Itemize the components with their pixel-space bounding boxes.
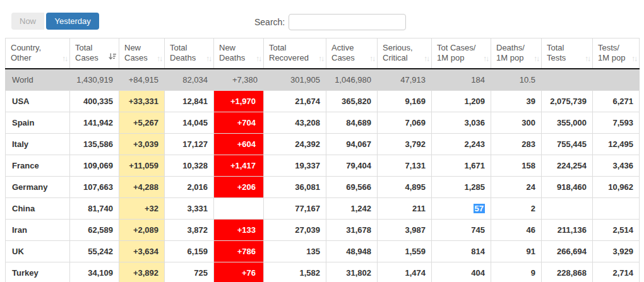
cell-active-cases: 1,242 [326, 197, 378, 219]
cell-new-cases: +84,915 [119, 69, 165, 91]
cell-serious-critical: 3,987 [378, 219, 432, 240]
column-header-country[interactable]: Country, Other↑↓ [6, 38, 70, 69]
cell-total-deaths: 3,872 [165, 219, 214, 240]
cell-total-recovered: 24,392 [264, 133, 326, 155]
sort-icon: ↑↓ [206, 54, 211, 63]
column-header-serious-critical[interactable]: Serious, Critical↑↓ [378, 38, 432, 69]
cell-deaths-per-1m: 39 [491, 90, 542, 112]
cell-serious-critical: 9,169 [378, 90, 432, 112]
country-row: Germany107,663+4,2882,016+20636,08169,56… [6, 176, 640, 197]
cell-total-tests: 918,460 [542, 176, 593, 197]
country-link[interactable]: France [12, 161, 39, 170]
cell-serious-critical: 1,559 [378, 240, 432, 262]
sort-icon: ↑↓ [369, 54, 374, 63]
country-row: Iran62,589+2,0893,872+13327,03931,6783,9… [6, 219, 640, 240]
country-link[interactable]: Iran [12, 225, 27, 235]
country-link[interactable]: USA [12, 97, 29, 106]
cell-total-cases: 141,942 [70, 112, 119, 133]
column-header-active-cases[interactable]: Active Cases↑↓ [326, 38, 378, 69]
world-row: World1,430,919+84,91582,034+7,380301,905… [6, 69, 640, 91]
cell-deaths-per-1m: 46 [491, 219, 542, 240]
now-button[interactable]: Now [11, 13, 44, 30]
cell-country: USA [6, 90, 70, 112]
sort-desc-icon [109, 53, 116, 62]
cell-country: Germany [6, 176, 70, 197]
column-header-total-deaths[interactable]: Total Deaths↑↓ [165, 38, 214, 69]
column-label: Serious, Critical [383, 43, 413, 63]
search-group: Search: [254, 14, 406, 30]
cell-tests-per-1m: 3,436 [593, 155, 640, 176]
cell-tot-cases-per-1m: 2,243 [432, 133, 491, 155]
cell-tot-cases-per-1m: 184 [432, 69, 491, 91]
cell-new-cases: +11,059 [119, 155, 165, 176]
sort-icon: ↑↓ [62, 54, 67, 63]
cell-tot-cases-per-1m: 1,671 [432, 155, 491, 176]
sort-icon: ↑↓ [318, 54, 323, 63]
cell-tot-cases-per-1m: 745 [432, 219, 491, 240]
search-label: Search: [254, 17, 285, 27]
column-label: Deaths/ 1M pop [496, 43, 525, 63]
column-header-new-cases[interactable]: New Cases↑↓ [119, 38, 165, 69]
column-header-total-recovered[interactable]: Total Recovered↑↓ [264, 38, 326, 69]
cell-new-cases: +3,039 [119, 133, 165, 155]
column-header-total-tests[interactable]: Total Tests↑↓ [542, 38, 593, 69]
cell-total-tests: 2,075,739 [542, 90, 593, 112]
country-row: Turkey34,109+3,892725+761,58231,8021,474… [6, 262, 640, 282]
cell-total-deaths: 82,034 [165, 69, 214, 91]
column-header-tot-cases-per-1m[interactable]: Tot Cases/ 1M pop↑↓ [432, 38, 491, 69]
cell-new-cases: +32 [119, 197, 165, 219]
cell-new-cases: +33,331 [119, 90, 165, 112]
column-header-total-cases[interactable]: Total Cases [70, 38, 119, 69]
country-link[interactable]: Turkey [12, 268, 39, 278]
cell-total-tests: 266,694 [542, 240, 593, 262]
country-link[interactable]: Italy [12, 139, 28, 149]
country-row: France109,069+11,05910,328+1,41719,33779… [6, 155, 640, 176]
cell-tests-per-1m [593, 69, 640, 91]
column-label: Total Recovered [269, 43, 309, 63]
column-header-new-deaths[interactable]: New Deaths↑↓ [214, 38, 264, 69]
cell-active-cases: 31,678 [326, 219, 378, 240]
cell-total-tests [542, 197, 593, 219]
cell-deaths-per-1m: 158 [491, 155, 542, 176]
sort-icon: ↑↓ [585, 54, 590, 63]
yesterday-button[interactable]: Yesterday [46, 13, 98, 30]
country-link[interactable]: China [12, 204, 35, 213]
search-input[interactable] [289, 14, 406, 30]
column-header-deaths-per-1m[interactable]: Deaths/ 1M pop↑↓ [491, 38, 542, 69]
country-row: UK55,242+3,6346,159+78613548,9481,559814… [6, 240, 640, 262]
country-link[interactable]: Spain [12, 118, 34, 127]
cell-tot-cases-per-1m: 814 [432, 240, 491, 262]
country-row: China81,740+323,33177,1671,242211572 [6, 197, 640, 219]
cell-tests-per-1m: 3,929 [593, 240, 640, 262]
cell-total-cases: 55,242 [70, 240, 119, 262]
column-header-tests-per-1m[interactable]: Tests/ 1M pop↑↓ [593, 38, 640, 69]
table-body: World1,430,919+84,91582,034+7,380301,905… [6, 69, 640, 282]
sort-icon: ↑↓ [534, 54, 539, 63]
cell-deaths-per-1m: 283 [491, 133, 542, 155]
cell-active-cases: 48,948 [326, 240, 378, 262]
cell-country: World [6, 69, 70, 91]
cell-deaths-per-1m: 300 [491, 112, 542, 133]
cell-serious-critical: 7,131 [378, 155, 432, 176]
cell-active-cases: 84,689 [326, 112, 378, 133]
country-link[interactable]: Germany [12, 182, 47, 192]
cell-serious-critical: 1,474 [378, 262, 432, 282]
cell-country: China [6, 197, 70, 219]
cell-tests-per-1m: 7,593 [593, 112, 640, 133]
country-link[interactable]: UK [12, 247, 24, 256]
cell-country: France [6, 155, 70, 176]
cell-total-tests: 355,000 [542, 112, 593, 133]
cell-tot-cases-per-1m: 1,285 [432, 176, 491, 197]
cell-total-tests: 224,254 [542, 155, 593, 176]
cell-serious-critical: 3,792 [378, 133, 432, 155]
cell-total-recovered: 301,905 [264, 69, 326, 91]
cell-new-deaths: +1,417 [214, 155, 264, 176]
cell-country: Turkey [6, 262, 70, 282]
cell-serious-critical: 7,069 [378, 112, 432, 133]
toolbar: Now Yesterday Search: [0, 0, 644, 38]
cell-active-cases: 79,404 [326, 155, 378, 176]
column-label: Active Cases [331, 43, 355, 63]
cell-total-recovered: 43,208 [264, 112, 326, 133]
cell-serious-critical: 211 [378, 197, 432, 219]
cell-new-deaths: +704 [214, 112, 264, 133]
